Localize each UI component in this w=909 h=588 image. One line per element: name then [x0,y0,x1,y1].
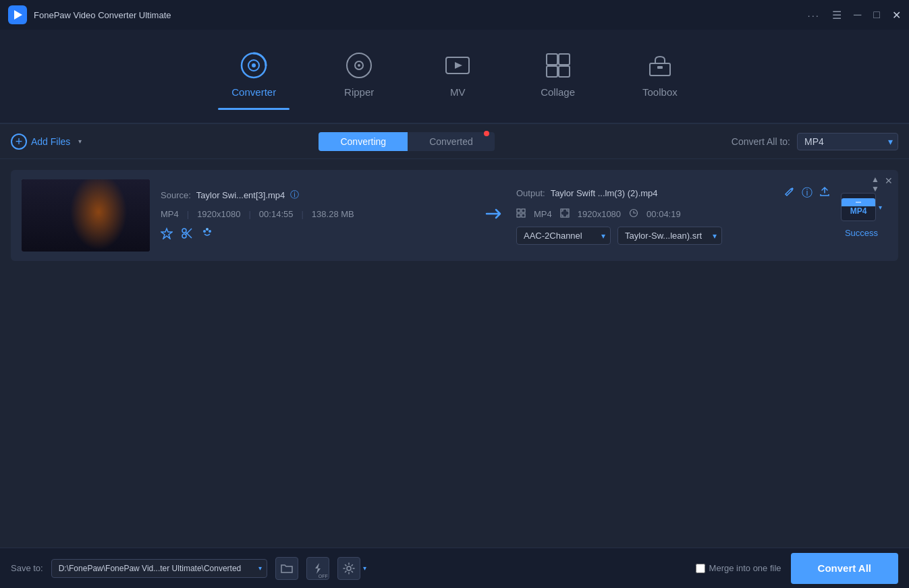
nav-toolbox-label: Toolbox [642,86,678,98]
success-label: Success [845,228,878,238]
notification-dot [484,131,489,136]
toolbar-right: Convert All to: MP4 AVI MKV MOV [732,133,898,150]
move-up-arrow[interactable]: ▲ [871,175,879,183]
svg-rect-14 [22,179,150,252]
video-thumbnail [22,179,150,252]
converting-tab[interactable]: Converting [319,132,408,151]
output-format: MP4 [534,209,552,219]
file-list: Source: Taylor Swi...ent[3].mp4 ⓘ MP4 | … [0,159,909,272]
file-item: Source: Taylor Swi...ent[3].mp4 ⓘ MP4 | … [11,170,898,261]
merge-checkbox-label[interactable]: Merge into one file [696,563,781,573]
output-format-icon [516,208,526,220]
subtitle-select-wrapper: Taylor-Sw...lean).srt None [617,227,722,245]
svg-point-23 [206,228,209,231]
output-label: Output: [516,188,545,198]
audio-select[interactable]: AAC-2Channel MP3 AAC-5.1 [516,227,611,245]
svg-rect-11 [559,66,570,77]
menu-icon[interactable]: ☰ [832,9,842,22]
toolbar: + Add Files ▾ Converting Converted Conve… [0,124,909,159]
nav-converter[interactable]: Converter [218,50,290,103]
more-options-icon[interactable]: ··· [807,9,820,21]
output-duration: 00:04:19 [646,209,681,219]
svg-point-6 [358,64,360,67]
format-badge-area: MP4 ▾ Success [841,193,882,238]
convert-all-to-label: Convert All to: [732,136,790,147]
format-select-wrapper: MP4 AVI MKV MOV [797,133,898,150]
save-path-wrapper: ▾ [51,559,267,578]
minimize-icon[interactable]: ─ [854,9,861,21]
source-meta: MP4 | 1920x1080 | 00:14:55 | 138.28 MB [161,209,474,219]
svg-rect-10 [547,66,557,77]
badge-row: MP4 ▾ [841,193,882,221]
effects-icon[interactable] [201,227,213,242]
svg-rect-13 [657,66,663,69]
convert-arrow [485,206,505,226]
tab-group: Converting Converted [90,132,723,151]
nav-mv[interactable]: MV [429,50,487,103]
svg-rect-27 [517,214,520,217]
add-files-button[interactable]: + Add Files [11,134,70,150]
svg-point-22 [203,230,206,233]
converted-tab[interactable]: Converted [408,132,495,151]
close-icon[interactable]: ✕ [892,9,901,22]
source-resolution: 1920x1080 [197,209,240,219]
bottom-bar: Save to: ▾ OFF ▾ Merge into one file Con… [0,548,909,588]
badge-dropdown-arrow[interactable]: ▾ [879,204,882,211]
output-info-icon[interactable]: ⓘ [802,186,812,200]
edit-icon[interactable] [784,186,795,200]
nav-collage[interactable]: Collage [527,50,588,103]
navbar: Converter Ripper MV [0,30,909,124]
subtitle-select[interactable]: Taylor-Sw...lean).srt None [617,227,722,245]
save-to-label: Save to: [11,563,43,573]
cut-icon[interactable] [181,227,193,242]
output-section: Output: Taylor Swift ...lm(3) (2).mp4 ⓘ [516,186,830,245]
svg-marker-0 [14,10,22,20]
source-filename: Taylor Swi...ent[3].mp4 [196,190,285,200]
ripper-icon [343,50,375,81]
nav-converter-label: Converter [231,86,276,98]
add-files-label: Add Files [31,136,70,147]
convert-all-button[interactable]: Convert All [791,553,898,584]
svg-point-3 [252,63,256,67]
collage-icon [543,50,574,81]
settings-button[interactable] [337,557,360,580]
source-info: Source: Taylor Swi...ent[3].mp4 ⓘ MP4 | … [161,189,474,242]
move-down-arrow[interactable]: ▼ [871,185,879,193]
svg-rect-26 [522,209,525,212]
nav-toolbox[interactable]: Toolbox [629,50,691,103]
svg-point-24 [209,230,211,233]
nav-ripper-label: Ripper [344,86,374,98]
titlebar: FonePaw Video Converter Ultimate ··· ☰ ─… [0,0,909,30]
merge-label: Merge into one file [709,563,781,573]
svg-rect-29 [561,209,569,217]
source-duration: 00:14:55 [259,209,294,219]
toolbox-icon [644,50,676,81]
converter-icon [238,50,269,81]
svg-rect-12 [650,63,670,76]
save-path-input[interactable] [51,559,267,578]
source-label: Source: [161,190,191,200]
nav-ripper[interactable]: Ripper [330,50,388,103]
bottom-right: Merge into one file Convert All [696,553,898,584]
open-folder-button[interactable] [275,557,298,580]
format-select[interactable]: MP4 AVI MKV MOV [797,133,898,150]
audio-select-wrapper: AAC-2Channel MP3 AAC-5.1 [516,227,611,245]
window-controls: ··· ☰ ─ □ ✕ [807,9,901,22]
source-info-icon[interactable]: ⓘ [290,189,299,201]
upload-icon[interactable] [819,186,830,200]
add-files-dropdown-arrow[interactable]: ▾ [78,138,82,145]
source-size: 138.28 MB [312,209,354,219]
settings-dropdown-arrow[interactable]: ▾ [363,564,366,572]
svg-point-16 [77,194,94,216]
hardware-acceleration-button[interactable]: OFF [306,557,329,580]
output-filename: Taylor Swift ...lm(3) (2).mp4 [551,188,658,198]
svg-point-15 [74,188,98,218]
star-icon[interactable] [161,227,173,242]
svg-point-33 [347,566,351,570]
save-path-dropdown[interactable]: ▾ [258,564,262,572]
nav-collage-label: Collage [541,86,575,98]
close-file-button[interactable]: ✕ [885,175,893,186]
source-format: MP4 [161,209,179,219]
maximize-icon[interactable]: □ [873,9,880,21]
merge-checkbox[interactable] [696,564,705,573]
